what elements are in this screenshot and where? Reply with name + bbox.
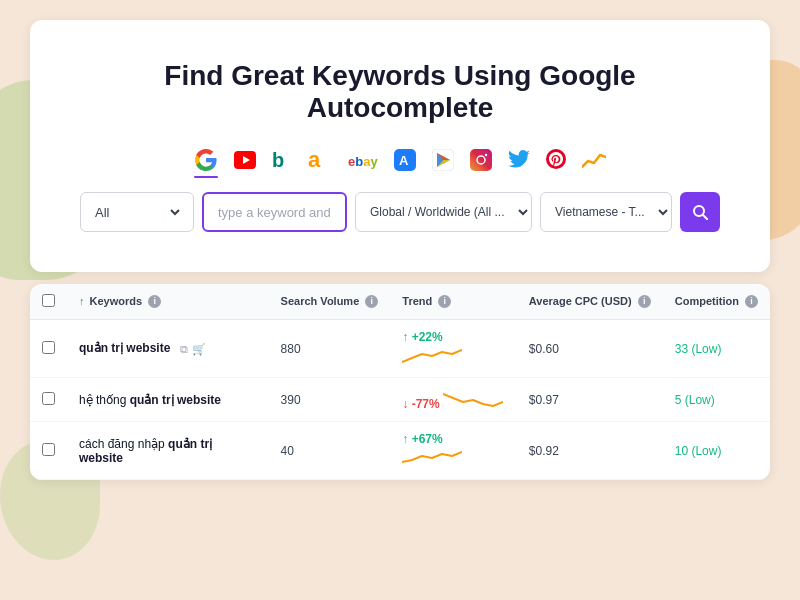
source-twitter[interactable] bbox=[508, 150, 530, 170]
th-search-volume: Search Volume i bbox=[269, 284, 391, 320]
avg-cpc-cell: $0.92 bbox=[517, 422, 663, 480]
source-pinterest[interactable] bbox=[546, 149, 566, 171]
search-volume-value: 390 bbox=[281, 393, 301, 407]
svg-text:b: b bbox=[272, 149, 284, 171]
competition-value: 10 (Low) bbox=[675, 444, 722, 458]
copy-icon[interactable]: ⧉ bbox=[180, 343, 188, 356]
th-trend: Trend i bbox=[390, 284, 516, 320]
th-competition-label: Competition bbox=[675, 295, 739, 307]
sparkline-chart bbox=[402, 344, 462, 364]
trend-cell: ↑ +67% bbox=[390, 422, 516, 480]
th-avg-cpc-label: Average CPC (USD) bbox=[529, 295, 632, 307]
avg-cpc-value: $0.60 bbox=[529, 342, 559, 356]
th-avg-cpc: Average CPC (USD) i bbox=[517, 284, 663, 320]
svg-text:A: A bbox=[399, 153, 409, 168]
competition-cell: 10 (Low) bbox=[663, 422, 770, 480]
table-wrapper: ↑ Keywords i Search Volume i Trend i bbox=[30, 284, 770, 480]
cart-icon[interactable]: 🛒 bbox=[192, 343, 206, 356]
search-card: Find Great Keywords Using Google Autocom… bbox=[30, 20, 770, 272]
search-button[interactable] bbox=[680, 192, 720, 232]
avg-cpc-cell: $0.97 bbox=[517, 378, 663, 422]
source-app-store[interactable]: A bbox=[394, 149, 416, 171]
keyword-cell: hệ thống quản trị website bbox=[67, 378, 269, 422]
type-select-wrapper[interactable]: All Questions Prepositions bbox=[80, 192, 194, 232]
keyword-cell: cách đăng nhập quản trị website bbox=[67, 422, 269, 480]
svg-rect-12 bbox=[470, 149, 492, 171]
keywords-table: ↑ Keywords i Search Volume i Trend i bbox=[30, 284, 770, 480]
table-header-row: ↑ Keywords i Search Volume i Trend i bbox=[30, 284, 770, 320]
trend-arrow: ↑ +22% bbox=[402, 330, 442, 344]
trend-info-icon[interactable]: i bbox=[438, 295, 451, 308]
avg-cpc-cell: $0.60 bbox=[517, 320, 663, 378]
search-volume-value: 880 bbox=[281, 342, 301, 356]
trend-arrow: ↓ -77% bbox=[402, 397, 439, 411]
sparkline-chart bbox=[402, 446, 462, 466]
table-row: cách đăng nhập quản trị website 40 ↑ +67… bbox=[30, 422, 770, 480]
source-youtube[interactable] bbox=[234, 151, 256, 169]
keywords-info-icon[interactable]: i bbox=[148, 295, 161, 308]
row-checkbox-cell bbox=[30, 378, 67, 422]
source-bing[interactable]: b bbox=[272, 149, 292, 171]
select-all-checkbox[interactable] bbox=[42, 294, 55, 307]
avg-cpc-info-icon[interactable]: i bbox=[638, 295, 651, 308]
location-select[interactable]: Global / Worldwide (All ... United State… bbox=[355, 192, 532, 232]
svg-text:ebay: ebay bbox=[348, 154, 378, 169]
svg-text:a: a bbox=[308, 149, 321, 171]
search-volume-cell: 390 bbox=[269, 378, 391, 422]
source-play-store[interactable] bbox=[432, 149, 454, 171]
th-competition: Competition i bbox=[663, 284, 770, 320]
search-volume-value: 40 bbox=[281, 444, 294, 458]
sort-icon[interactable]: ↑ bbox=[79, 295, 85, 307]
source-icons-row: b a ebay A bbox=[80, 148, 720, 172]
keyword-main: quản trị website bbox=[79, 341, 170, 355]
competition-value: 33 (Low) bbox=[675, 342, 722, 356]
keyword-prefix: hệ thống bbox=[79, 393, 130, 407]
source-instagram[interactable] bbox=[470, 149, 492, 171]
competition-info-icon[interactable]: i bbox=[745, 295, 758, 308]
competition-value: 5 (Low) bbox=[675, 393, 715, 407]
svg-point-14 bbox=[485, 154, 487, 156]
table-row: quản trị website ⧉ 🛒 880 ↑ +22% $0.60 33… bbox=[30, 320, 770, 378]
keyword-main: quản trị website bbox=[130, 393, 221, 407]
keyword-prefix: cách đăng nhập bbox=[79, 437, 168, 451]
source-ebay[interactable]: ebay bbox=[348, 150, 378, 170]
row-checkbox-cell bbox=[30, 422, 67, 480]
source-amazon[interactable]: a bbox=[308, 149, 332, 171]
source-trends[interactable] bbox=[582, 151, 606, 169]
th-checkbox bbox=[30, 284, 67, 320]
search-volume-cell: 880 bbox=[269, 320, 391, 378]
row-checkbox[interactable] bbox=[42, 443, 55, 456]
th-trend-label: Trend bbox=[402, 295, 432, 307]
trend-arrow: ↑ +67% bbox=[402, 432, 442, 446]
svg-line-17 bbox=[703, 215, 707, 219]
th-keywords: ↑ Keywords i bbox=[67, 284, 269, 320]
competition-cell: 5 (Low) bbox=[663, 378, 770, 422]
search-volume-cell: 40 bbox=[269, 422, 391, 480]
language-select[interactable]: Vietnamese - T... English Chinese bbox=[540, 192, 672, 232]
type-select[interactable]: All Questions Prepositions bbox=[91, 204, 183, 221]
page-title: Find Great Keywords Using Google Autocom… bbox=[80, 60, 720, 124]
search-volume-info-icon[interactable]: i bbox=[365, 295, 378, 308]
row-checkbox[interactable] bbox=[42, 341, 55, 354]
results-card: ↑ Keywords i Search Volume i Trend i bbox=[30, 284, 770, 480]
avg-cpc-value: $0.97 bbox=[529, 393, 559, 407]
keyword-input[interactable] bbox=[202, 192, 347, 232]
th-keywords-label: Keywords bbox=[90, 295, 143, 307]
trend-cell: ↓ -77% bbox=[390, 378, 516, 422]
avg-cpc-value: $0.92 bbox=[529, 444, 559, 458]
copy-icons: ⧉ 🛒 bbox=[180, 343, 206, 356]
row-checkbox-cell bbox=[30, 320, 67, 378]
source-google[interactable] bbox=[194, 148, 218, 172]
competition-cell: 33 (Low) bbox=[663, 320, 770, 378]
search-row: All Questions Prepositions Global / Worl… bbox=[80, 192, 720, 232]
keyword-cell: quản trị website ⧉ 🛒 bbox=[67, 320, 269, 378]
trend-cell: ↑ +22% bbox=[390, 320, 516, 378]
row-checkbox[interactable] bbox=[42, 392, 55, 405]
sparkline-chart bbox=[443, 388, 503, 408]
th-search-volume-label: Search Volume bbox=[281, 295, 360, 307]
keyword-input-wrapper bbox=[202, 192, 347, 232]
table-row: hệ thống quản trị website 390 ↓ -77% $0.… bbox=[30, 378, 770, 422]
